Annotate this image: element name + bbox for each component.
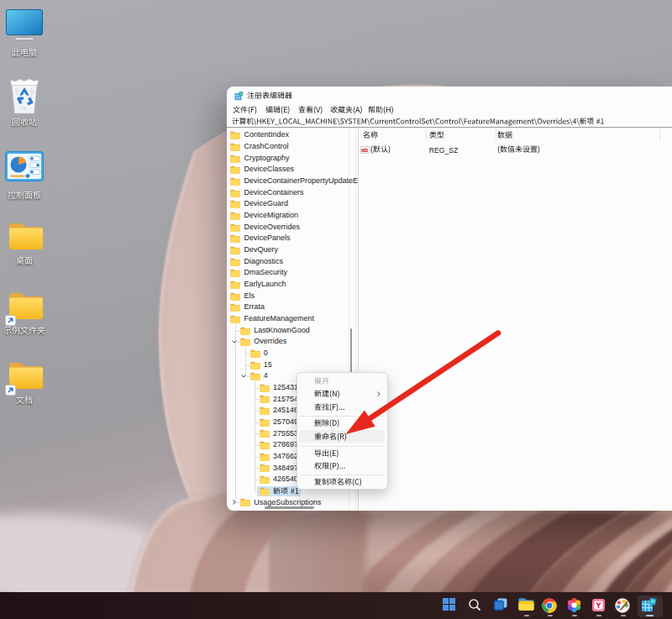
svg-text:ab: ab: [361, 146, 368, 152]
